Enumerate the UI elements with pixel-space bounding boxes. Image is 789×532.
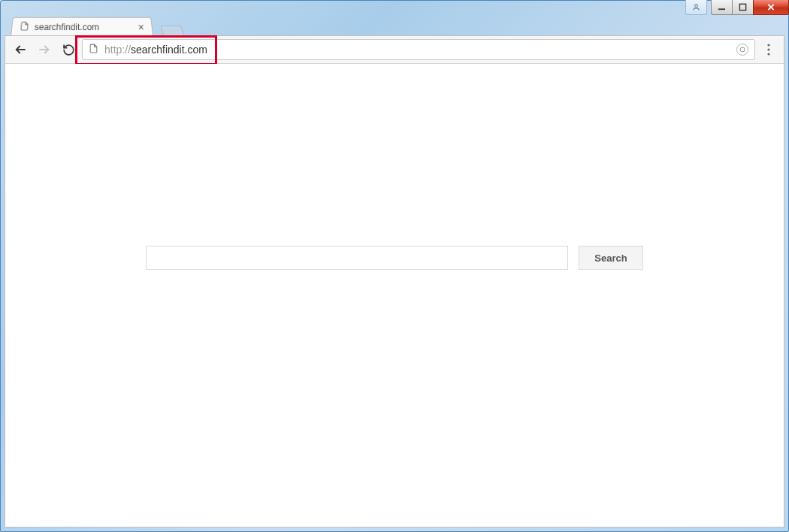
reload-icon: [62, 44, 75, 56]
window-controls: [685, 0, 789, 15]
url-scheme: http://: [104, 44, 131, 56]
search-form: Search: [146, 246, 643, 270]
browser-tab-active[interactable]: searchfindit.com ×: [11, 17, 153, 36]
site-info-icon[interactable]: [89, 43, 98, 56]
svg-point-8: [767, 44, 769, 46]
close-icon: [766, 3, 775, 11]
arrow-right-icon: [38, 43, 51, 56]
tab-strip: searchfindit.com ×: [11, 17, 784, 36]
maximize-icon: [739, 3, 747, 11]
url-host: searchfindit.com: [131, 44, 207, 56]
svg-point-0: [695, 5, 698, 8]
forward-button[interactable]: [34, 39, 55, 60]
address-bar[interactable]: http://searchfindit.com: [82, 39, 755, 60]
search-button[interactable]: Search: [579, 246, 643, 270]
user-icon: [692, 3, 700, 11]
kebab-icon: [767, 44, 770, 56]
minimize-icon: [718, 3, 726, 11]
svg-line-4: [768, 5, 773, 10]
arrow-left-icon: [14, 43, 27, 56]
user-account-button[interactable]: [685, 0, 707, 15]
back-button[interactable]: [10, 39, 31, 60]
page-viewport: Search: [5, 64, 784, 527]
window-minimize-button[interactable]: [711, 0, 733, 15]
svg-rect-1: [718, 8, 725, 10]
omnibox-action-icon[interactable]: [736, 44, 748, 56]
svg-line-3: [768, 5, 773, 10]
search-input[interactable]: [146, 246, 568, 270]
tab-close-button[interactable]: ×: [138, 22, 144, 32]
svg-point-9: [767, 48, 769, 50]
browser-menu-button[interactable]: [758, 39, 779, 60]
svg-point-10: [767, 53, 769, 55]
reload-button[interactable]: [58, 39, 79, 60]
window-close-button[interactable]: [753, 0, 789, 15]
tab-title: searchfindit.com: [34, 22, 134, 32]
window-maximize-button[interactable]: [732, 0, 754, 15]
svg-point-7: [740, 47, 745, 52]
page-icon: [19, 20, 29, 33]
svg-rect-2: [739, 4, 745, 10]
browser-toolbar: http://searchfindit.com: [5, 35, 784, 64]
